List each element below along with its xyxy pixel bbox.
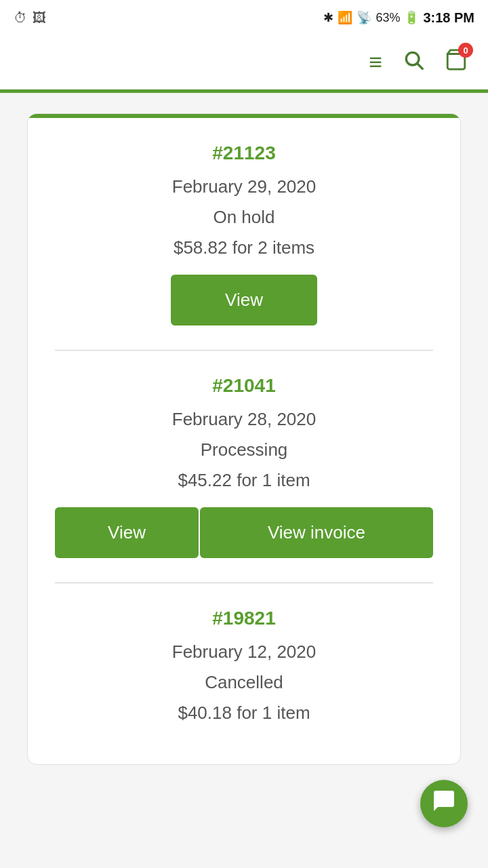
status-bar: ⏱ 🖼 ✱ 📶 📡 63% 🔋 3:18 PM (0, 0, 488, 35)
svg-line-1 (418, 64, 422, 68)
battery-icon: 🔋 (404, 10, 419, 25)
wifi-icon: 📶 (338, 10, 352, 25)
order-total-2: $45.22 for 1 item (55, 470, 433, 491)
chat-fab[interactable] (420, 780, 468, 827)
search-icon[interactable] (403, 49, 424, 75)
clock-icon: ⏱ (14, 10, 27, 26)
view-button-1[interactable]: View (171, 275, 317, 326)
order-date-1: February 29, 2020 (55, 176, 433, 197)
signal-icon: 📡 (357, 10, 371, 25)
image-icon: 🖼 (33, 10, 46, 26)
view-invoice-button-2[interactable]: View invoice (200, 507, 433, 558)
order-date-2: February 28, 2020 (55, 409, 433, 430)
order-entry-2: #21041 February 28, 2020 Processing $45.… (28, 351, 460, 583)
status-time: 3:18 PM (423, 10, 474, 26)
main-content: #21123 February 29, 2020 On hold $58.82 … (0, 93, 488, 785)
cart-badge: 0 (458, 43, 473, 58)
order-entry-3: #19821 February 12, 2020 Cancelled $40.1… (28, 583, 460, 764)
order-entry-1: #21123 February 29, 2020 On hold $58.82 … (28, 118, 460, 350)
chat-icon (432, 789, 456, 818)
order-number-1: #21123 (55, 142, 433, 164)
order-number-3: #19821 (55, 608, 433, 629)
top-navigation: ≡ 0 (0, 35, 488, 90)
menu-icon[interactable]: ≡ (369, 49, 382, 75)
order-total-3: $40.18 for 1 item (55, 703, 433, 724)
battery-percent: 63% (375, 11, 400, 25)
order-status-1: On hold (55, 207, 433, 228)
order-status-3: Cancelled (55, 672, 433, 693)
order-actions-1: View (55, 275, 433, 326)
bluetooth-icon: ✱ (323, 10, 333, 25)
order-actions-2: View View invoice (55, 507, 433, 558)
order-date-3: February 12, 2020 (55, 642, 433, 663)
view-button-2[interactable]: View (55, 507, 199, 558)
order-total-1: $58.82 for 2 items (55, 237, 433, 258)
order-number-2: #21041 (55, 375, 433, 397)
cart-icon[interactable]: 0 (445, 48, 468, 76)
order-status-2: Processing (55, 439, 433, 460)
orders-card: #21123 February 29, 2020 On hold $58.82 … (27, 113, 461, 765)
